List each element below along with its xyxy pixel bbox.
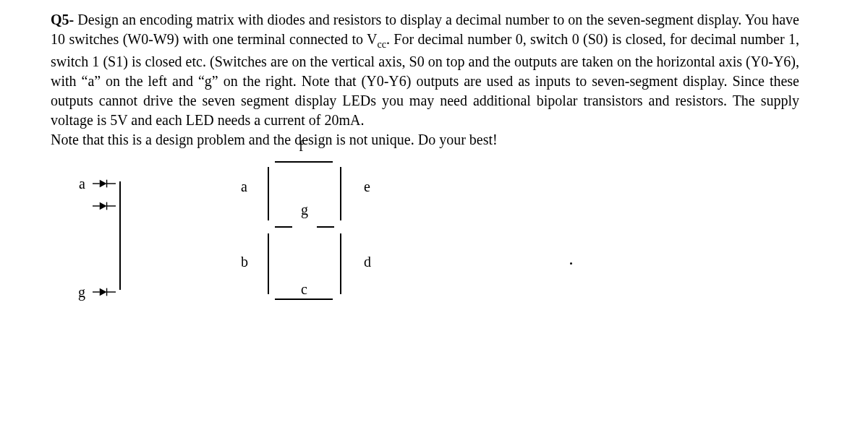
diode-g-label: g — [71, 284, 85, 301]
segment-d-label: d — [364, 254, 371, 270]
diode-icon — [93, 286, 116, 298]
segment-b-label: b — [241, 254, 248, 270]
segment-bottom-right — [340, 233, 341, 294]
segment-top — [275, 161, 333, 163]
svg-marker-5 — [100, 202, 107, 210]
segment-top-left — [268, 167, 269, 220]
decimal-point-icon — [570, 262, 572, 265]
diode-g-row: g — [71, 284, 116, 301]
question-text: Q5- Design an encoding matrix with diode… — [51, 10, 799, 150]
figure-area: a g — [71, 154, 799, 327]
segment-middle-right — [317, 226, 334, 228]
vcc-sub: cc — [378, 39, 386, 50]
segment-g-label: g — [301, 202, 308, 218]
decimal-point-area — [418, 154, 606, 299]
segment-e-label: e — [364, 179, 370, 195]
segment-f-label: f — [299, 138, 304, 155]
diode-a-row: a — [71, 176, 116, 192]
segment-top-right — [340, 167, 341, 220]
diode-icon — [93, 200, 116, 212]
question-number: Q5- — [51, 12, 74, 27]
wire-icon — [119, 181, 121, 290]
segment-middle-left — [275, 226, 292, 228]
seven-segment-diagram: f a e g b d c — [201, 154, 418, 320]
diode-icon — [93, 178, 116, 189]
diode-a-label: a — [71, 176, 85, 192]
segment-c-label: c — [301, 281, 307, 298]
segment-a-label: a — [241, 179, 247, 195]
svg-marker-9 — [100, 288, 107, 296]
svg-marker-1 — [100, 180, 107, 188]
question-note: Note that this is a design problem and t… — [51, 132, 498, 147]
segment-bottom — [275, 299, 333, 300]
segment-bottom-left — [268, 233, 269, 294]
diode-unlabelled-row — [71, 200, 116, 212]
diode-column: a g — [71, 176, 150, 327]
